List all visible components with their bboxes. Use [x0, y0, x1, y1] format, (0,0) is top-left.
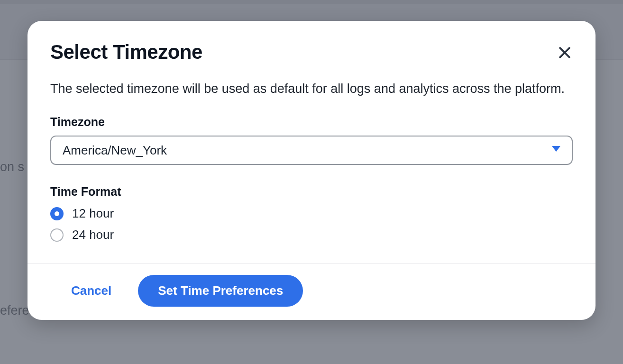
close-icon: [557, 45, 573, 61]
radio-label: 24 hour: [72, 228, 114, 242]
radio-icon: [50, 207, 64, 220]
close-button[interactable]: [555, 43, 575, 63]
time-format-option-24h[interactable]: 24 hour: [50, 228, 114, 242]
dialog-description: The selected timezone will be used as de…: [50, 80, 573, 98]
radio-label: 12 hour: [72, 206, 114, 221]
modal-overlay[interactable]: Select Timezone The selected timezone wi…: [0, 0, 623, 364]
dialog-header: Select Timezone: [27, 21, 596, 64]
dialog-title: Select Timezone: [50, 41, 202, 64]
timezone-label: Timezone: [50, 115, 573, 129]
timezone-select-wrap: America/New_York: [50, 136, 573, 165]
time-format-option-12h[interactable]: 12 hour: [50, 206, 114, 221]
radio-icon: [50, 228, 64, 242]
dialog-body: The selected timezone will be used as de…: [27, 64, 596, 263]
timezone-select[interactable]: America/New_York: [50, 136, 573, 165]
cancel-button[interactable]: Cancel: [71, 278, 111, 304]
dialog-footer: Cancel Set Time Preferences: [27, 263, 596, 320]
time-format-label: Time Format: [50, 185, 573, 199]
set-time-preferences-button[interactable]: Set Time Preferences: [138, 275, 303, 307]
time-format-radio-group: 12 hour 24 hour: [50, 206, 573, 242]
select-timezone-dialog: Select Timezone The selected timezone wi…: [27, 21, 596, 320]
